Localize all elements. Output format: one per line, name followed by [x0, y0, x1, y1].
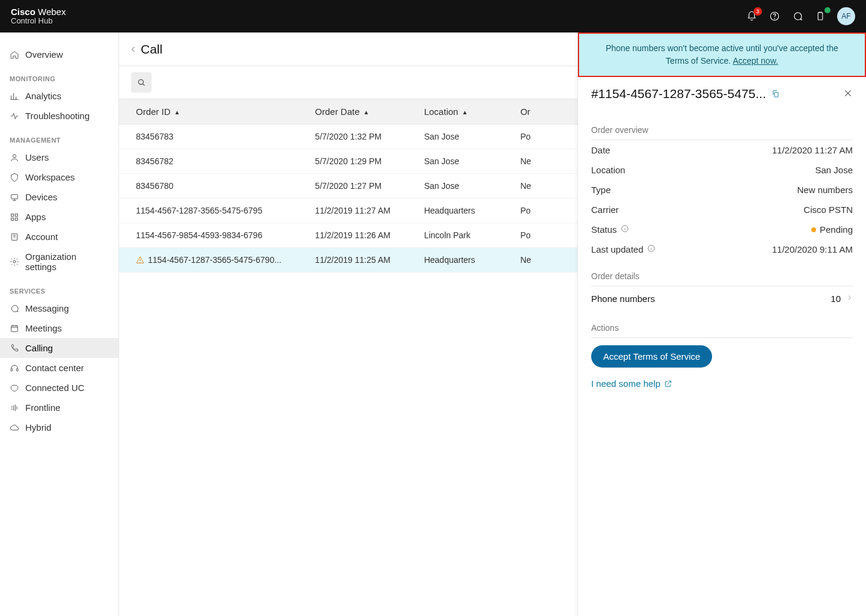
kv-status-k: Status: [591, 224, 629, 235]
sort-icon: ▲: [462, 109, 468, 116]
cell-date: 11/2/2019 11:27 AM: [298, 199, 407, 223]
tos-banner: Phone numbers won't become active until …: [578, 32, 866, 77]
sidebar-head-management: MANAGEMENT: [0, 126, 118, 147]
svg-rect-12: [11, 368, 13, 371]
kv-carrier-v: Cisco PSTN: [803, 205, 853, 215]
phone-v: 10: [831, 294, 841, 304]
accept-tos-button[interactable]: Accept Terms of Service: [591, 345, 712, 368]
messaging-icon: [10, 304, 19, 313]
kv-carrier-k: Carrier: [591, 205, 619, 215]
search-button[interactable]: [131, 72, 152, 93]
organization-settings-icon: [10, 257, 19, 266]
sidebar-label: Overview: [25, 49, 63, 60]
sidebar-item-meetings[interactable]: Meetings: [0, 318, 118, 338]
sidebar-item-apps[interactable]: Apps: [0, 207, 118, 227]
svg-rect-8: [15, 218, 17, 220]
sidebar-label: Account: [25, 232, 58, 242]
sort-icon: ▲: [174, 109, 180, 116]
svg-point-15: [140, 262, 140, 262]
workspaces-icon: [10, 173, 19, 182]
troubleshooting-icon: [10, 111, 19, 121]
calling-icon: [10, 343, 19, 353]
sidebar-item-contact-center[interactable]: Contact center: [0, 358, 118, 378]
sidebar-item-analytics[interactable]: Analytics: [0, 86, 118, 106]
sidebar-item-hybrid[interactable]: Hybrid: [0, 417, 118, 437]
cell-date: 11/2/2019 11:26 AM: [298, 223, 407, 248]
overview-heading: Order overview: [591, 119, 853, 140]
info-icon[interactable]: [647, 244, 656, 254]
svg-rect-5: [11, 214, 14, 216]
kv-status-v: Pending: [811, 224, 853, 235]
kv-date-k: Date: [591, 145, 610, 155]
avatar[interactable]: AF: [837, 7, 855, 25]
sidebar-label: Frontline: [25, 402, 60, 413]
svg-rect-7: [11, 218, 14, 220]
sidebar: Overview MONITORING AnalyticsTroubleshoo…: [0, 32, 119, 616]
panel-title: #1154-4567-1287-3565-5475...: [591, 87, 780, 101]
sidebar-label: Apps: [25, 212, 46, 222]
help-icon[interactable]: [769, 10, 781, 22]
sidebar-item-account[interactable]: Account: [0, 227, 118, 247]
sidebar-item-troubleshooting[interactable]: Troubleshooting: [0, 106, 118, 126]
sidebar-label: Workspaces: [25, 172, 75, 182]
sidebar-item-calling[interactable]: Calling: [0, 338, 118, 358]
sidebar-item-connected-uc[interactable]: Connected UC: [0, 378, 118, 398]
kv-updated-k: Last updated: [591, 244, 656, 254]
kv-loc-v: San Jose: [815, 165, 853, 175]
details-heading: Order details: [591, 265, 853, 286]
kv-updated-v: 11/20/2020 9:11 AM: [772, 244, 853, 254]
sidebar-label: Calling: [25, 343, 53, 353]
col-order-date[interactable]: Order Date▲: [298, 99, 407, 125]
cell-order-id: 1154-4567-1287-3565-5475-6790...: [119, 248, 298, 273]
chevron-right-icon: [847, 294, 853, 304]
cell-order-id: 83456782: [119, 149, 298, 174]
status-dot-icon: [811, 227, 816, 232]
chat-icon[interactable]: [791, 10, 803, 22]
hybrid-icon: [10, 423, 19, 433]
col-order-id[interactable]: Order ID▲: [119, 99, 298, 125]
connected-uc-icon: [10, 383, 19, 393]
cell-date: 5/7/2020 1:27 PM: [298, 174, 407, 199]
detail-panel: Phone numbers won't become active until …: [577, 32, 866, 616]
apps-icon: [10, 212, 19, 222]
banner-accept-link[interactable]: Accept now.: [732, 56, 778, 66]
clipboard-icon[interactable]: [814, 10, 826, 22]
sidebar-item-messaging[interactable]: Messaging: [0, 298, 118, 318]
cell-location: Headquarters: [407, 248, 503, 273]
banner-text: Phone numbers won't become active until …: [606, 43, 838, 66]
sidebar-label: Hybrid: [25, 422, 51, 433]
cell-location: Lincoln Park: [407, 223, 503, 248]
svg-rect-11: [11, 325, 18, 331]
copy-icon[interactable]: [771, 87, 780, 101]
sidebar-item-users[interactable]: Users: [0, 147, 118, 167]
svg-rect-4: [11, 194, 18, 199]
cell-order-id: 83456783: [119, 125, 298, 149]
cell-location: San Jose: [407, 149, 503, 174]
kv-loc-k: Location: [591, 165, 625, 175]
sidebar-item-overview[interactable]: Overview: [0, 45, 118, 64]
phone-numbers-row[interactable]: Phone numbers 10: [591, 286, 853, 311]
sidebar-label: Meetings: [25, 323, 62, 333]
sidebar-label: Users: [25, 152, 49, 162]
back-title[interactable]: Call: [130, 42, 162, 57]
kv-type-k: Type: [591, 185, 611, 195]
sidebar-item-workspaces[interactable]: Workspaces: [0, 167, 118, 187]
home-icon: [10, 50, 19, 60]
sidebar-head-services: SERVICES: [0, 277, 118, 298]
info-icon[interactable]: [621, 224, 629, 235]
top-bar: Cisco Webex Control Hub 3 AF: [0, 0, 866, 32]
close-icon[interactable]: [843, 88, 853, 100]
sidebar-label: Organization settings: [25, 251, 109, 272]
devices-icon: [10, 192, 19, 202]
cell-order-id: 1154-4567-1287-3565-5475-6795: [119, 199, 298, 223]
help-link[interactable]: I need some help: [591, 378, 672, 389]
sidebar-item-devices[interactable]: Devices: [0, 187, 118, 207]
actions-heading: Actions: [591, 317, 853, 338]
sidebar-item-organization-settings[interactable]: Organization settings: [0, 247, 118, 277]
col-location[interactable]: Location▲: [407, 99, 503, 125]
sidebar-item-frontline[interactable]: Frontline: [0, 398, 118, 417]
frontline-icon: [10, 403, 19, 413]
contact-center-icon: [10, 363, 19, 373]
brand-bold: Cisco: [11, 7, 35, 17]
bell-icon[interactable]: 3: [746, 10, 758, 22]
